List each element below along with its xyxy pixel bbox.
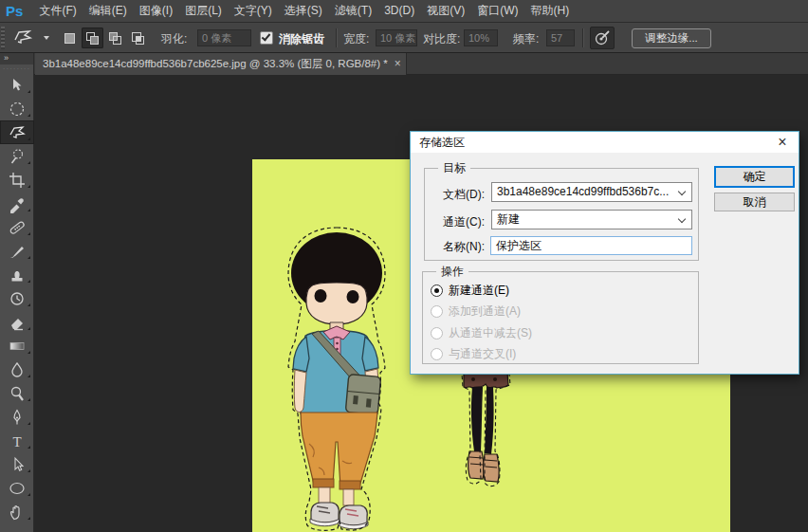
menubar-item[interactable]: 选择(S) <box>278 0 328 22</box>
add-to-selection-button[interactable] <box>82 28 103 48</box>
crop-tool[interactable] <box>0 168 34 192</box>
dialog-close-icon[interactable]: × <box>772 132 793 153</box>
menubar-item[interactable]: 滤镜(T) <box>328 0 377 22</box>
frequency-label: 频率: <box>513 31 539 47</box>
selection-mode-buttons <box>59 28 149 48</box>
save-selection-dialog: 存储选区 × 目标 文档(D): 3b1a48e89ce14cd99ffbd53… <box>410 131 799 375</box>
menubar-item[interactable]: 3D(D) <box>378 0 421 22</box>
divider <box>336 28 337 47</box>
chevron-down-icon <box>678 188 686 195</box>
radio-button-icon <box>431 284 443 297</box>
eyedropper-tool[interactable] <box>0 192 34 215</box>
history-brush-tool[interactable] <box>0 286 34 310</box>
menubar-item[interactable]: 文件(F) <box>33 0 83 22</box>
menubar-item[interactable]: 图层(L) <box>179 0 229 22</box>
blur-tool[interactable] <box>0 358 34 381</box>
subtract-from-selection-icon <box>108 31 122 46</box>
boy-illustration <box>288 228 385 530</box>
crop-tool-icon <box>8 171 27 190</box>
polygonal-lasso-tool[interactable] <box>0 120 34 144</box>
channel-label: 通道(C): <box>422 214 485 230</box>
operation-radio-row[interactable]: 从通道中减去(S) <box>431 325 532 340</box>
clone-stamp-tool[interactable] <box>0 263 34 286</box>
feather-label: 羽化: <box>161 31 187 47</box>
caret-down-icon <box>44 36 49 40</box>
menu-bar: Ps 文件(F)编辑(E)图像(I)图层(L)文字(Y)选择(S)滤镜(T)3D… <box>0 0 808 23</box>
toolbar-drag-handle[interactable]: ········ <box>0 64 33 73</box>
gradient-tool[interactable] <box>0 334 34 358</box>
operation-label: 从通道中减去(S) <box>449 325 532 341</box>
toolbar-collapse-button[interactable]: » <box>0 53 33 64</box>
name-label: 名称(N): <box>422 239 485 255</box>
document-label: 文档(D): <box>422 187 485 203</box>
channel-dropdown[interactable]: 新建 <box>491 210 692 229</box>
menubar-item[interactable]: 图像(I) <box>133 0 178 22</box>
document-tab-title: 3b1a48e89ce14cd99ffbd536b7cb625e.jpg @ 3… <box>43 58 388 69</box>
eraser-tool[interactable] <box>0 310 34 334</box>
path-selection-tool[interactable] <box>0 452 34 476</box>
ellipse-tool-icon <box>8 479 27 498</box>
quick-selection-tool[interactable] <box>0 144 34 168</box>
radio-button-icon <box>431 327 443 339</box>
channel-dropdown-value: 新建 <box>497 212 520 226</box>
tools-list: T <box>0 73 33 523</box>
tablet-pressure-button[interactable] <box>590 27 615 49</box>
add-to-selection-icon <box>85 31 100 46</box>
hand-tool[interactable] <box>0 500 34 523</box>
menubar-item[interactable]: 文字(Y) <box>228 0 278 22</box>
photoshop-logo: Ps <box>6 3 30 19</box>
document-tab[interactable]: 3b1a48e89ce14cd99ffbd536b7cb625e.jpg @ 3… <box>35 53 407 75</box>
radio-button-icon <box>431 305 443 318</box>
width-input[interactable]: 10 像素 <box>376 29 417 46</box>
elliptical-marquee-tool[interactable] <box>0 97 34 120</box>
tool-bar: » ········ T <box>0 53 34 532</box>
new-selection-button[interactable] <box>59 28 81 48</box>
menubar-item[interactable]: 帮助(H) <box>524 0 576 22</box>
options-bar: 羽化: 0 像素 消除锯齿 宽度: 10 像素 对比度: 10% 频率: 57 … <box>0 23 808 53</box>
operation-radio-row[interactable]: 新建通道(E) <box>431 283 509 298</box>
frequency-input[interactable]: 57 <box>546 29 575 46</box>
tab-close-icon[interactable]: × <box>395 57 401 70</box>
tab-bar: 3b1a48e89ce14cd99ffbd536b7cb625e.jpg @ 3… <box>34 53 808 75</box>
eyedropper-tool-icon <box>8 194 27 213</box>
type-tool[interactable]: T <box>0 429 34 452</box>
operation-radio-row[interactable]: 与通道交叉(I) <box>431 346 516 361</box>
subtract-from-selection-button[interactable] <box>104 28 126 48</box>
move-tool-icon <box>8 76 27 95</box>
feather-input[interactable]: 0 像素 <box>197 29 251 46</box>
document-dropdown[interactable]: 3b1a48e89ce14cd99ffbd536b7c... <box>491 182 692 202</box>
menubar-item[interactable]: 窗口(W) <box>471 0 524 22</box>
spot-healing-brush-tool[interactable] <box>0 215 34 239</box>
pen-tool-icon <box>8 408 27 427</box>
document-dropdown-value: 3b1a48e89ce14cd99ffbd536b7c... <box>497 185 669 198</box>
pen-tool[interactable] <box>0 405 34 429</box>
chevron-down-icon <box>678 215 686 223</box>
options-bar-handle[interactable] <box>1 27 5 49</box>
operation-radio-row[interactable]: 添加到通道(A) <box>431 303 521 319</box>
anti-alias-checkbox[interactable] <box>260 31 273 45</box>
clone-stamp-tool-icon <box>8 266 27 284</box>
hand-tool-icon <box>8 503 27 522</box>
history-brush-tool-icon <box>8 289 27 308</box>
dodge-tool[interactable] <box>0 381 34 405</box>
menubar-item[interactable]: 编辑(E) <box>83 0 133 22</box>
polygonal-lasso-tool-icon <box>8 123 27 142</box>
dodge-tool-icon <box>8 384 27 403</box>
ellipse-tool[interactable] <box>0 476 34 500</box>
new-selection-icon <box>63 31 77 46</box>
dialog-title-bar[interactable]: 存储选区 <box>411 132 799 153</box>
ok-button[interactable]: 确定 <box>714 166 795 188</box>
dialog-title: 存储选区 <box>419 135 465 151</box>
operation-label: 新建通道(E) <box>449 283 509 299</box>
radio-button-icon <box>431 348 443 360</box>
menu-items: 文件(F)编辑(E)图像(I)图层(L)文字(Y)选择(S)滤镜(T)3D(D)… <box>33 0 576 22</box>
contrast-input[interactable]: 10% <box>464 29 498 46</box>
intersect-selection-button[interactable] <box>127 28 149 48</box>
refine-edge-button[interactable]: 调整边缘... <box>632 28 711 48</box>
name-input[interactable]: 保护选区 <box>490 236 692 255</box>
move-tool[interactable] <box>0 73 34 97</box>
cancel-button[interactable]: 取消 <box>714 193 795 211</box>
brush-tool[interactable] <box>0 239 34 263</box>
menubar-item[interactable]: 视图(V) <box>421 0 471 22</box>
tool-preset-dropdown[interactable] <box>11 28 49 48</box>
